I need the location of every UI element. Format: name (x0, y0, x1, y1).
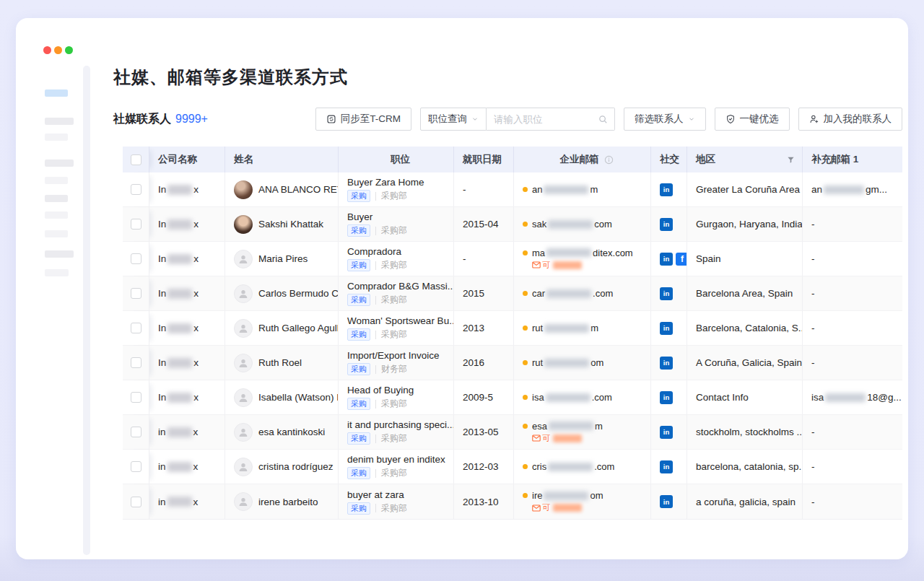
company-cell: Inx (149, 346, 225, 380)
table-row: Inx Isabella (Watson) L... Head of Buyin… (123, 380, 902, 415)
redacted-company-text (167, 289, 192, 299)
redacted-company-text (167, 254, 192, 264)
region-cell: A Coruña, Galicia, Spain (687, 346, 803, 380)
position-search-input[interactable] (494, 114, 598, 125)
department-label: 财务部 (381, 363, 407, 375)
linkedin-icon[interactable]: in (660, 495, 673, 508)
company-cell: Inx (149, 207, 225, 241)
redacted-badge-text (553, 504, 582, 512)
email-cell: ireom 可 (514, 484, 651, 519)
sidebar-item[interactable] (45, 118, 74, 125)
sidebar-item[interactable] (45, 177, 68, 184)
region-cell: Greater La Coruña Area (687, 172, 803, 206)
tag-divider (375, 261, 376, 270)
social-icons: in (660, 287, 673, 300)
row-checkbox[interactable] (131, 253, 141, 264)
hire-date-cell: - (454, 172, 514, 206)
row-checkbox[interactable] (131, 357, 141, 368)
header-email: 企业邮箱 (514, 147, 651, 172)
row-checkbox[interactable] (131, 219, 141, 230)
linkedin-icon[interactable]: in (660, 426, 673, 439)
sidebar-item[interactable] (45, 195, 68, 202)
sidebar-item[interactable] (45, 134, 68, 141)
name-cell: Carlos Bermudo Cr... (225, 276, 339, 310)
info-icon[interactable] (604, 155, 614, 165)
avatar (234, 284, 253, 303)
hire-date-cell: 2012-03 (454, 450, 514, 484)
add-to-my-contacts-button[interactable]: 加入我的联系人 (798, 108, 903, 131)
position-title: Buyer (347, 211, 372, 222)
tag-divider (375, 504, 376, 512)
table-row: Inx Sakshi Khattak Buyer 采购 采购部 2015-04 … (123, 207, 902, 242)
row-checkbox[interactable] (131, 427, 141, 437)
linkedin-icon[interactable]: in (660, 287, 673, 300)
row-checkbox[interactable] (131, 461, 141, 472)
linkedin-icon[interactable]: in (660, 183, 673, 196)
redacted-company-text (167, 427, 192, 437)
role-tag: 采购 (347, 432, 370, 445)
facebook-icon[interactable]: f (676, 253, 687, 266)
sidebar-item[interactable] (45, 269, 69, 276)
sync-icon (326, 114, 336, 124)
tag-divider (375, 227, 376, 235)
sidebar-item[interactable] (45, 211, 68, 219)
linkedin-icon[interactable]: in (660, 253, 673, 266)
redacted-email-text (546, 393, 590, 402)
linkedin-icon[interactable]: in (660, 460, 673, 473)
search-icon[interactable] (598, 114, 609, 125)
row-checkbox[interactable] (131, 497, 141, 507)
email-cell: sakcom (514, 207, 651, 241)
linkedin-icon[interactable]: in (660, 218, 673, 231)
linkedin-icon[interactable]: in (660, 322, 673, 335)
name-cell: Sakshi Khattak (225, 207, 339, 241)
sidebar-item[interactable] (45, 250, 74, 258)
contact-name: Sakshi Khattak (258, 219, 323, 230)
social-icons: in (660, 322, 673, 335)
extra-email-cell: - (803, 484, 902, 519)
tag-divider (375, 434, 376, 443)
select-all-checkbox[interactable] (131, 154, 141, 165)
table-row: inx cristina rodríguez denim buyer en in… (123, 450, 902, 484)
position-query-dropdown[interactable]: 职位查询 (420, 108, 487, 131)
reachable-badge: 可 (532, 433, 583, 444)
one-click-select-button[interactable]: 一键优选 (715, 108, 790, 131)
linkedin-icon[interactable]: in (660, 357, 673, 370)
contact-name: Maria Pires (258, 253, 308, 264)
maximize-window-button[interactable] (65, 46, 73, 54)
email-status-dot (523, 464, 528, 469)
region-cell: barcelona, catalonia, sp... (687, 450, 803, 484)
role-tag: 采购 (347, 294, 370, 306)
email-cell: esam 可 (514, 415, 651, 449)
name-cell: cristina rodríguez (225, 450, 339, 484)
sidebar-item[interactable] (45, 230, 68, 237)
social-icons: in (660, 391, 673, 404)
email-cell: maditex.com 可 (514, 242, 651, 276)
row-checkbox[interactable] (131, 288, 141, 299)
social-cell: in (651, 276, 687, 310)
sidebar-item-active[interactable] (45, 89, 68, 97)
redacted-email-text (546, 248, 591, 257)
sync-to-crm-button[interactable]: 同步至T-CRM (315, 108, 411, 131)
sidebar-item[interactable] (45, 160, 74, 167)
contacts-table: 公司名称 姓名 职位 就职日期 企业邮箱 社交 地区 补充邮箱 1 (123, 147, 902, 520)
email-cell: isa.com (514, 380, 651, 414)
department-label: 采购部 (381, 328, 407, 341)
table-body: Inx ANA BLANCO REY Buyer Zara Home 采购 采购… (123, 172, 902, 519)
redacted-company-text (167, 323, 192, 333)
region-cell: Contact Info (687, 380, 803, 414)
filter-funnel-icon[interactable] (787, 156, 795, 164)
row-checkbox[interactable] (131, 392, 141, 403)
minimize-window-button[interactable] (54, 46, 62, 54)
close-window-button[interactable] (43, 46, 51, 54)
reachable-badge: 可 (532, 260, 583, 271)
row-checkbox[interactable] (131, 184, 141, 195)
row-checkbox[interactable] (131, 323, 141, 333)
avatar (234, 215, 253, 234)
app-window: 社媒、邮箱等多渠道联系方式 社媒联系人 9999+ 同步至T-CRM 职位查询 (16, 18, 908, 559)
linkedin-icon[interactable]: in (660, 391, 673, 404)
social-cell: in (651, 415, 687, 449)
sidebar-divider (83, 66, 90, 555)
filter-contacts-button[interactable]: 筛选联系人 (624, 108, 706, 131)
social-cell: in (651, 450, 687, 484)
position-title: it and purchasing speci... (347, 419, 454, 430)
